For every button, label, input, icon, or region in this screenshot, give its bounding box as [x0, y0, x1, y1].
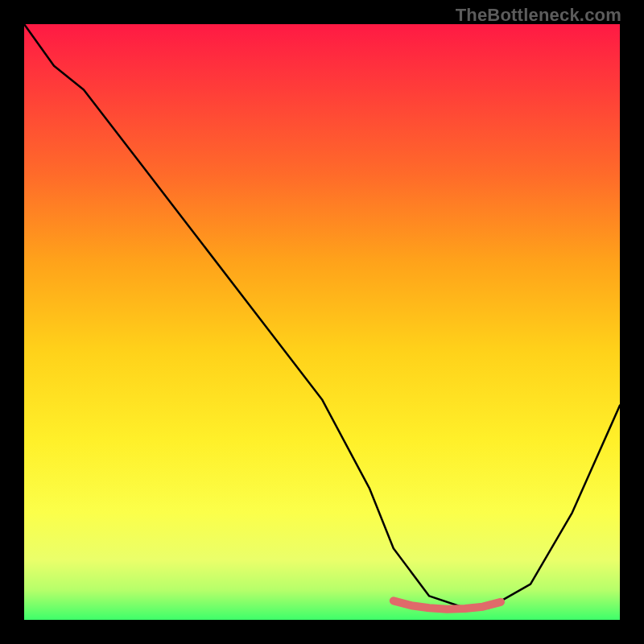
curve-layer: [24, 24, 620, 620]
chart-frame: TheBottleneck.com: [0, 0, 644, 644]
bottleneck-curve: [24, 24, 620, 608]
watermark-text: TheBottleneck.com: [456, 5, 621, 26]
plot-area: [24, 24, 620, 620]
